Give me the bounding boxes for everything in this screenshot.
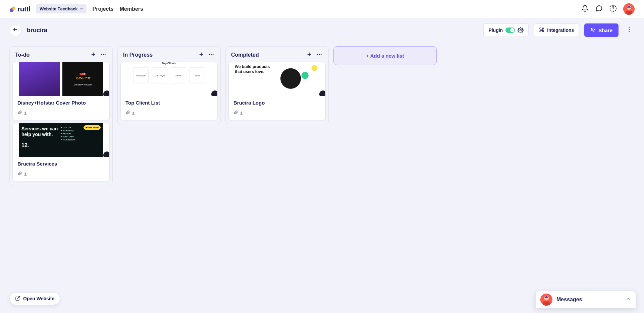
- list-menu-button[interactable]: [208, 51, 215, 59]
- attachment-icon: [233, 110, 238, 116]
- svg-point-1: [12, 6, 15, 10]
- svg-point-27: [317, 54, 318, 55]
- add-list-label: + Add a new list: [366, 53, 404, 59]
- svg-point-23: [211, 54, 212, 55]
- dots-horizontal-icon: [208, 51, 214, 59]
- card[interactable]: Book NowServices we can help you with.12…: [12, 123, 110, 181]
- chevron-up-icon: [626, 296, 631, 303]
- top-nav: ruttl Website Feedback Projects Members: [0, 0, 644, 18]
- nav-members[interactable]: Members: [120, 6, 143, 12]
- card-attachments: 1: [17, 171, 105, 177]
- card-title: Disney+Hotstar Cover Photo: [17, 100, 105, 106]
- plugin-label: Plugin: [488, 27, 503, 33]
- svg-point-18: [103, 54, 104, 55]
- card[interactable]: LIVEಅವೆಂಜರ್ಸ್Disney+ Hotstar Disney+Hots…: [12, 62, 110, 120]
- list-menu-button[interactable]: [316, 51, 323, 59]
- attachment-count: 1: [24, 172, 26, 177]
- project-title: brucira: [27, 27, 47, 34]
- svg-rect-33: [543, 301, 550, 306]
- svg-point-28: [319, 54, 320, 55]
- card[interactable]: We build products that users love. Bruci…: [228, 62, 326, 120]
- plus-icon: [198, 51, 204, 59]
- svg-point-24: [213, 54, 214, 55]
- integrations-button[interactable]: Integrations: [534, 23, 579, 37]
- brand-name: ruttl: [17, 5, 30, 13]
- brand-logo[interactable]: ruttl: [9, 5, 30, 13]
- share-button[interactable]: Share: [584, 23, 619, 37]
- chat-button[interactable]: [595, 5, 603, 13]
- add-list-button[interactable]: + Add a new list: [333, 46, 437, 65]
- back-button[interactable]: [9, 24, 21, 36]
- help-icon: [609, 5, 617, 13]
- plugin-toggle[interactable]: [505, 27, 515, 33]
- chevron-down-icon: [80, 6, 83, 11]
- open-website-button[interactable]: Open Website: [9, 292, 60, 305]
- card-title: Brucira Logo: [233, 100, 321, 106]
- messages-dock[interactable]: Messages: [535, 291, 636, 308]
- card-thumbnail: We build products that users love.: [229, 62, 325, 96]
- card-thumbnail: LIVEಅವೆಂಜರ್ಸ್Disney+ Hotstar: [13, 62, 109, 96]
- chat-icon: [595, 5, 603, 13]
- card-title: Top Client List: [125, 100, 213, 106]
- list-header: Completed: [228, 49, 326, 62]
- dots-horizontal-icon: [100, 51, 106, 59]
- assignee-avatar: [319, 90, 325, 96]
- dots-vertical-icon: [626, 26, 632, 34]
- attachment-count: 1: [240, 111, 243, 116]
- arrow-left-icon: [13, 27, 18, 34]
- card-thumbnail: Top ClientsGoogleDisney+OPPOIBM: [121, 62, 217, 96]
- attachment-icon: [17, 171, 22, 177]
- attachment-icon: [125, 110, 130, 116]
- open-website-label: Open Website: [23, 296, 54, 301]
- messages-label: Messages: [556, 297, 582, 303]
- card-title: Brucira Services: [17, 161, 105, 167]
- dots-horizontal-icon: [316, 51, 322, 59]
- add-card-button[interactable]: [306, 51, 313, 59]
- svg-point-14: [629, 31, 630, 32]
- board: To-do LIVEಅವೆಂಜರ್ಸ್Disney+ Hotstar Disne…: [0, 42, 644, 313]
- attachment-count: 1: [132, 111, 135, 116]
- svg-point-12: [629, 27, 630, 28]
- user-avatar[interactable]: [623, 3, 635, 15]
- list-title: In Progress: [123, 52, 153, 58]
- svg-point-22: [209, 54, 210, 55]
- list: To-do LIVEಅವೆಂಜರ್ಸ್Disney+ Hotstar Disne…: [9, 46, 113, 185]
- gear-icon[interactable]: [518, 27, 524, 33]
- project-toolbar: brucira Plugin Integrations Share: [0, 18, 644, 42]
- card-thumbnail: Book NowServices we can help you with.12…: [13, 123, 109, 157]
- integrations-label: Integrations: [547, 27, 574, 33]
- list-title: Completed: [231, 52, 259, 58]
- plugin-control[interactable]: Plugin: [483, 23, 529, 37]
- svg-rect-6: [626, 11, 632, 15]
- list: In Progress Top ClientsGoogleDisney+OPPO…: [117, 46, 221, 124]
- list-header: In Progress: [120, 49, 218, 62]
- card-attachments: 1: [233, 110, 321, 116]
- assignee-avatar: [211, 90, 217, 96]
- plus-icon: [306, 51, 312, 59]
- external-link-icon: [15, 296, 20, 302]
- brand-mark-icon: [9, 6, 16, 12]
- workspace-dropdown[interactable]: Website Feedback: [36, 4, 86, 13]
- share-icon: [590, 27, 596, 34]
- card-attachments: 1: [125, 110, 213, 116]
- assignee-avatar: [103, 90, 109, 96]
- card[interactable]: Top ClientsGoogleDisney+OPPOIBM Top Clie…: [120, 62, 218, 120]
- nav-projects[interactable]: Projects: [93, 6, 114, 12]
- list-title: To-do: [15, 52, 30, 58]
- assignee-avatar: [103, 151, 109, 157]
- list-header: To-do: [12, 49, 110, 62]
- help-button[interactable]: [609, 5, 617, 13]
- card-attachments: 1: [17, 110, 105, 116]
- svg-point-8: [520, 29, 522, 31]
- svg-point-17: [101, 54, 102, 55]
- more-menu-button[interactable]: [624, 23, 635, 37]
- add-card-button[interactable]: [90, 51, 97, 59]
- add-card-button[interactable]: [198, 51, 205, 59]
- svg-point-13: [629, 29, 630, 30]
- list-menu-button[interactable]: [100, 51, 107, 59]
- bell-icon: [581, 5, 589, 13]
- svg-point-9: [592, 28, 593, 29]
- attachment-count: 1: [24, 111, 26, 116]
- notifications-button[interactable]: [581, 5, 589, 13]
- svg-line-30: [17, 296, 20, 299]
